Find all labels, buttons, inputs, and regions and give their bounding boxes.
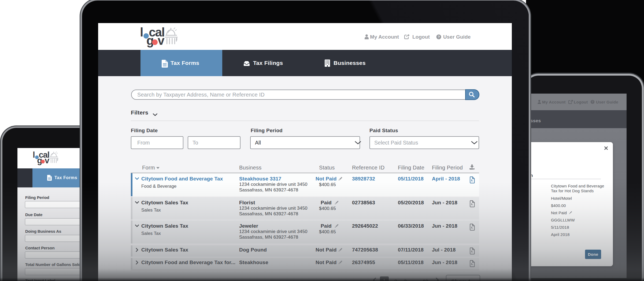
svg-text:?: ? [592, 100, 594, 103]
svg-text:?: ? [438, 35, 440, 39]
